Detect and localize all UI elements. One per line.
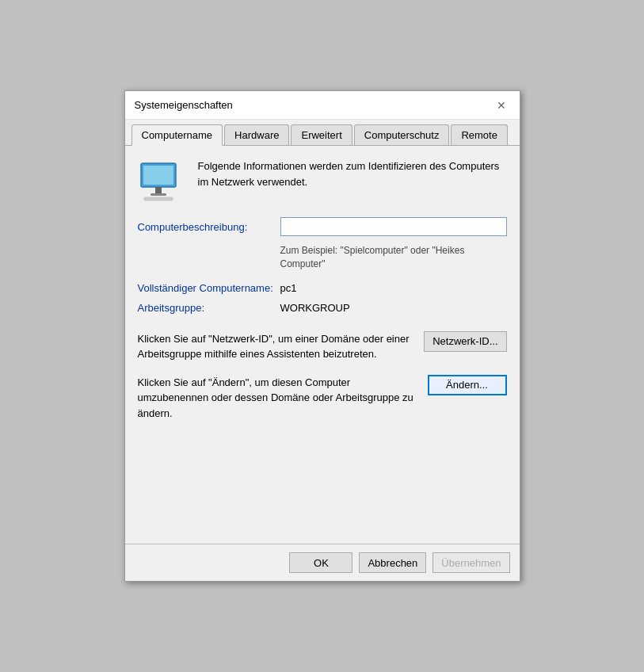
system-properties-dialog: Systemeigenschaften ✕ Computername Hardw… — [124, 90, 520, 582]
tab-content: Folgende Informationen werden zum Identi… — [125, 146, 520, 544]
tab-remote[interactable]: Remote — [451, 124, 508, 145]
netzwerk-text: Klicken Sie auf "Netzwerk-ID", um einer … — [138, 331, 425, 362]
aendern-section: Klicken Sie auf "Ändern", um diesen Comp… — [138, 375, 507, 422]
computername-value: pc1 — [280, 282, 297, 294]
aendern-text: Klicken Sie auf "Ändern", um diesen Comp… — [138, 375, 428, 422]
dialog-footer: OK Abbrechen Übernehmen — [125, 544, 520, 581]
netzwerk-section: Klicken Sie auf "Netzwerk-ID", um einer … — [138, 331, 507, 362]
aendern-button[interactable]: Ändern... — [428, 375, 507, 395]
beschreibung-row: Computerbeschreibung: — [138, 217, 507, 236]
computer-icon — [138, 162, 185, 201]
info-section: Folgende Informationen werden zum Identi… — [138, 158, 507, 201]
dialog-title: Systemeigenschaften — [135, 99, 233, 111]
abbrechen-button[interactable]: Abbrechen — [359, 552, 426, 573]
arbeitsgruppe-label: Arbeitsgruppe: — [138, 302, 280, 314]
tab-erweitert[interactable]: Erweitert — [291, 124, 352, 145]
svg-rect-4 — [144, 197, 173, 200]
beschreibung-input[interactable] — [280, 217, 507, 236]
tab-computername[interactable]: Computername — [131, 124, 223, 146]
computername-label: Vollständiger Computername: — [138, 282, 280, 294]
beschreibung-label: Computerbeschreibung: — [138, 221, 280, 233]
netzwerk-id-button[interactable]: Netzwerk-ID... — [424, 331, 506, 352]
computername-row: Vollständiger Computername: pc1 — [138, 282, 507, 294]
svg-rect-1 — [143, 166, 173, 185]
uebernehmen-button[interactable]: Übernehmen — [433, 552, 509, 573]
tab-hardware[interactable]: Hardware — [224, 124, 289, 145]
beschreibung-hint: Zum Beispiel: "Spielcomputer" oder "Heik… — [280, 244, 507, 271]
close-button[interactable]: ✕ — [493, 97, 510, 114]
tab-bar: Computername Hardware Erweitert Computer… — [125, 120, 520, 146]
arbeitsgruppe-row: Arbeitsgruppe: WORKGROUP — [138, 302, 507, 314]
info-text: Folgende Informationen werden zum Identi… — [198, 158, 507, 189]
title-bar: Systemeigenschaften ✕ — [125, 91, 520, 120]
ok-button[interactable]: OK — [289, 552, 352, 573]
tab-computerschutz[interactable]: Computerschutz — [354, 124, 450, 145]
arbeitsgruppe-value: WORKGROUP — [280, 302, 350, 314]
svg-rect-3 — [151, 193, 166, 196]
svg-rect-2 — [155, 187, 162, 193]
